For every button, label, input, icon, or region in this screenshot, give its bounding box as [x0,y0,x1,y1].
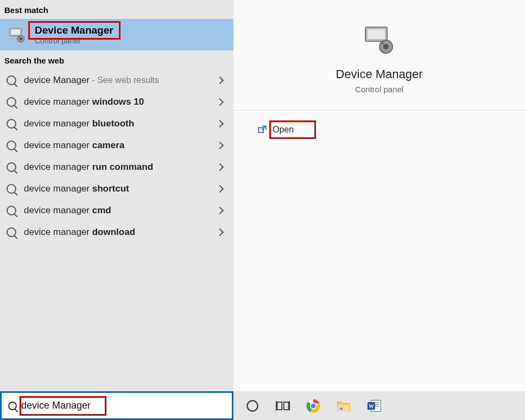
web-result-text: device manager download [24,227,135,238]
results-pane: Best match Device Manager Control panel … [0,0,233,391]
svg-rect-20 [340,408,343,410]
chrome-icon[interactable] [305,398,321,414]
preview-header: Device Manager Control panel [233,0,525,111]
svg-rect-19 [338,405,350,411]
open-label: Open [273,125,294,135]
web-result-text: device manager windows 10 [24,97,144,107]
web-result-row[interactable]: device Manager - See web results [0,69,233,91]
web-results-header: Search the web [0,50,233,69]
web-result-left: device manager windows 10 [7,97,144,107]
chevron-right-icon [216,98,224,106]
search-icon [7,227,16,237]
file-explorer-icon[interactable] [336,398,352,414]
chevron-right-icon [216,207,224,214]
svg-rect-10 [258,128,263,132]
open-action[interactable]: Open [252,122,299,138]
web-result-row[interactable]: device manager download [0,221,233,243]
best-match-header: Best match [0,0,233,19]
chevron-right-icon [216,163,224,171]
svg-rect-1 [11,29,20,35]
search-icon [7,75,16,85]
taskbar: W [0,391,525,420]
svg-rect-13 [284,402,289,410]
svg-rect-4 [18,36,20,37]
cortana-icon[interactable] [244,398,261,414]
web-result-row[interactable]: device manager windows 10 [0,91,233,113]
web-result-row[interactable]: device manager camera [0,135,233,156]
chevron-right-icon [216,142,224,149]
best-match-result[interactable]: Device Manager Control panel [0,19,233,50]
svg-text:W: W [369,403,374,409]
search-icon [7,97,16,107]
taskbar-icons: W [233,391,382,420]
search-icon [7,206,16,215]
preview-subtitle: Control panel [355,85,403,94]
web-result-row[interactable]: device manager bluetooth [0,113,233,135]
svg-point-11 [247,400,257,411]
search-icon [7,119,16,129]
svg-point-8 [383,44,389,49]
chevron-right-icon [216,228,224,236]
web-result-text: device Manager - See web results [24,75,159,86]
open-external-icon [257,125,267,135]
search-icon [8,402,17,410]
web-result-text: device manager run command [24,162,153,173]
web-result-row[interactable]: device manager shortcut [0,178,233,200]
svg-rect-12 [277,402,282,410]
web-results-list: device Manager - See web results device … [0,69,233,243]
preview-title: Device Manager [336,67,422,81]
search-icon [7,162,16,172]
web-result-left: device manager download [7,227,135,238]
best-match-subtitle: Control panel [35,36,113,45]
svg-rect-9 [381,41,384,44]
preview-pane: Device Manager Control panel Open [233,0,525,391]
search-box[interactable] [0,391,233,420]
web-result-left: device manager cmd [7,205,111,216]
web-result-text: device manager camera [24,140,124,151]
preview-actions: Open [233,111,525,138]
search-input[interactable] [21,400,206,411]
task-view-icon[interactable] [275,398,291,414]
web-result-row[interactable]: device manager cmd [0,200,233,221]
web-result-text: device manager cmd [24,205,111,216]
chevron-right-icon [216,77,224,84]
web-result-left: device manager bluetooth [7,118,134,129]
chevron-right-icon [216,120,224,128]
svg-point-3 [20,37,22,40]
search-icon [7,184,16,194]
svg-rect-6 [368,29,385,39]
search-icon [7,141,16,150]
best-match-title: Device Manager [35,24,113,36]
search-layout: Best match Device Manager Control panel … [0,0,525,391]
web-result-text: device manager bluetooth [24,118,134,129]
device-manager-icon [362,22,397,56]
best-match-texts: Device Manager Control panel [35,24,113,45]
word-icon[interactable]: W [366,398,382,414]
chevron-right-icon [216,185,224,193]
device-manager-icon [8,25,27,44]
web-result-left: device manager run command [7,162,153,173]
web-result-text: device manager shortcut [24,183,129,194]
web-result-left: device Manager - See web results [7,75,159,86]
web-result-left: device manager camera [7,140,124,151]
web-result-left: device manager shortcut [7,183,129,194]
web-result-row[interactable]: device manager run command [0,156,233,178]
